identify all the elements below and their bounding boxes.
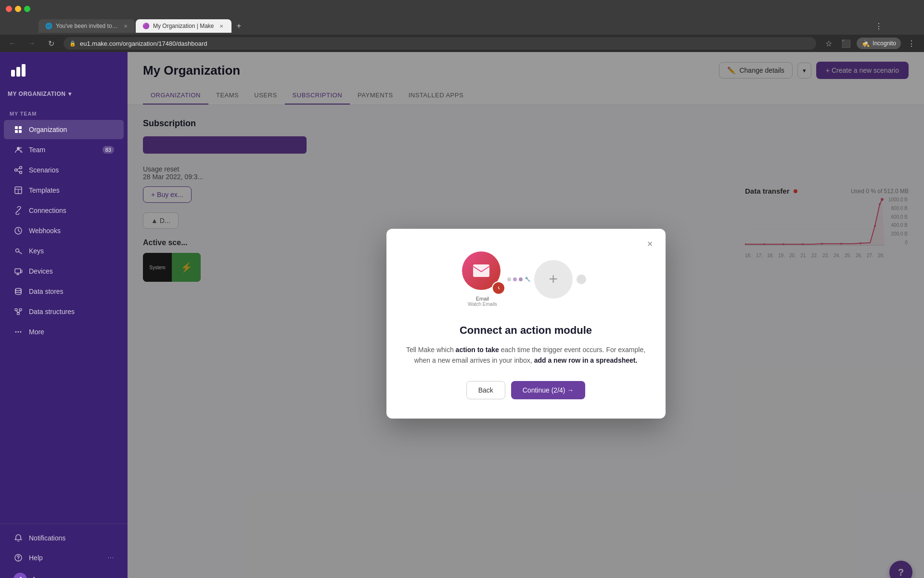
svg-rect-2 xyxy=(15,130,18,133)
sidebar-item-webhooks[interactable]: Webhooks xyxy=(4,221,124,240)
tab-close-1[interactable]: ✕ xyxy=(123,23,128,29)
back-button[interactable]: Back xyxy=(466,381,505,399)
sidebar-item-organization[interactable]: Organization xyxy=(4,120,124,139)
modal-desc-text1: Tell Make which xyxy=(406,346,456,354)
modal-desc-highlight1: action to take xyxy=(456,346,499,354)
svg-line-14 xyxy=(17,210,20,212)
data-structures-icon xyxy=(13,307,23,316)
sidebar-item-more[interactable]: More xyxy=(4,322,124,342)
svg-rect-0 xyxy=(15,126,18,129)
svg-rect-22 xyxy=(15,309,17,311)
connector-dot-1 xyxy=(507,277,511,281)
sidebar-team-section-label: MY TEAM xyxy=(0,105,128,119)
email-envelope-icon xyxy=(473,264,490,277)
svg-rect-3 xyxy=(19,130,22,133)
svg-point-4 xyxy=(17,147,20,150)
browser-tab-2[interactable]: 🟣 My Organization | Make ✕ xyxy=(136,19,231,33)
logo-bar-3 xyxy=(22,64,26,77)
sidebar-item-connections[interactable]: Connections xyxy=(4,201,124,220)
devices-icon xyxy=(13,266,23,276)
sidebar-item-data-stores[interactable]: Data stores xyxy=(4,282,124,301)
bookmark-btn[interactable]: ☆ xyxy=(822,37,835,50)
window-menu-button[interactable]: ⋮ xyxy=(872,19,886,33)
incognito-badge: 🕵 Incognito xyxy=(857,38,901,49)
help-more-icon: ⋯ xyxy=(107,554,114,562)
tab-close-2[interactable]: ✕ xyxy=(218,23,225,29)
make-logo-icon xyxy=(10,62,27,79)
refresh-nav-btn[interactable]: ↻ xyxy=(44,37,58,50)
sidebar-keys-label: Keys xyxy=(29,247,44,255)
webhooks-icon xyxy=(13,226,23,236)
svg-line-25 xyxy=(16,311,19,313)
sidebar-team-label: Team xyxy=(29,146,45,154)
svg-rect-17 xyxy=(15,269,21,273)
sidebar-user[interactable]: J James ⋯ xyxy=(4,568,124,578)
plus-module-container: + xyxy=(534,260,573,299)
svg-point-29 xyxy=(20,331,22,333)
svg-point-21 xyxy=(15,289,21,291)
svg-rect-1 xyxy=(19,126,22,129)
forward-nav-btn[interactable]: → xyxy=(25,37,38,50)
sidebar-item-help[interactable]: Help ⋯ xyxy=(4,548,124,567)
scenarios-icon xyxy=(13,165,23,175)
browser-tab-1[interactable]: 🌐 You've been invited to join My... ✕ xyxy=(38,19,135,33)
modal-description: Tell Make which action to take each time… xyxy=(406,344,646,366)
sidebar-item-data-structures[interactable]: Data structures xyxy=(4,302,124,321)
sidebar-scenarios-label: Scenarios xyxy=(29,166,59,174)
svg-line-9 xyxy=(17,168,20,170)
new-tab-button[interactable]: + xyxy=(232,19,246,33)
ssl-lock-icon: 🔒 xyxy=(69,40,76,47)
sidebar-item-devices[interactable]: Devices xyxy=(4,262,124,281)
sidebar-more-label: More xyxy=(29,328,44,336)
logo-bars xyxy=(11,64,26,77)
svg-point-31 xyxy=(18,560,19,561)
modal-overlay[interactable]: × xyxy=(128,52,924,578)
team-icon xyxy=(13,145,23,155)
more-icon xyxy=(13,327,23,337)
organization-icon xyxy=(13,125,23,134)
browser-titlebar xyxy=(0,0,924,17)
keys-icon xyxy=(13,246,23,256)
window-controls xyxy=(6,6,30,12)
incognito-icon: 🕵 xyxy=(861,39,870,47)
address-bar-container[interactable]: 🔒 eu1.make.com/organization/17480/dashbo… xyxy=(64,37,816,50)
plus-icon: + xyxy=(549,270,558,288)
sidebar-data-structures-label: Data structures xyxy=(29,308,75,315)
modal-close-button[interactable]: × xyxy=(642,236,658,252)
sidebar: MY ORGANIZATION ▾ MY TEAM Organization T… xyxy=(0,52,128,578)
sidebar-item-templates[interactable]: Templates xyxy=(4,181,124,200)
sidebar-connections-label: Connections xyxy=(29,207,66,214)
sidebar-org-selector[interactable]: MY ORGANIZATION ▾ xyxy=(0,87,128,105)
sidebar-org-dropdown-icon: ▾ xyxy=(68,91,72,97)
user-name-label: James xyxy=(32,576,51,578)
sidebar-item-notifications[interactable]: Notifications xyxy=(4,528,124,548)
close-window-btn[interactable] xyxy=(6,6,12,12)
sidebar-org-label: MY ORGANIZATION ▾ xyxy=(8,91,120,97)
extensions-btn[interactable]: ⬛ xyxy=(839,37,853,50)
sidebar-bottom: Notifications Help ⋯ J James ⋯ xyxy=(0,524,128,578)
main-content: My Organization ✏️ Change details ▾ + Cr… xyxy=(128,52,924,578)
continue-button[interactable]: Continue (2/4) → xyxy=(511,381,586,399)
wrench-icon: 🔧 xyxy=(525,276,530,282)
logo-bar-1 xyxy=(11,70,15,77)
sidebar-item-keys[interactable]: Keys xyxy=(4,241,124,261)
sidebar-webhooks-label: Webhooks xyxy=(29,227,61,235)
modal-desc-highlight2: add a new row in a spreadsheet. xyxy=(534,356,638,364)
browser-menu-btn[interactable]: ⋮ xyxy=(905,37,918,50)
sidebar-item-scenarios[interactable]: Scenarios xyxy=(4,160,124,180)
sidebar-item-team[interactable]: Team 83 xyxy=(4,140,124,159)
logo-bar-2 xyxy=(16,67,20,77)
maximize-window-btn[interactable] xyxy=(24,6,30,12)
notifications-label: Notifications xyxy=(29,534,65,542)
svg-point-8 xyxy=(20,171,22,174)
bell-icon xyxy=(13,533,23,543)
svg-point-7 xyxy=(20,167,22,169)
modal-illustration: Email Watch Emails 🔧 + xyxy=(406,248,646,311)
templates-icon xyxy=(13,185,23,195)
minimize-window-btn[interactable] xyxy=(15,6,21,12)
sidebar-org-text: MY ORGANIZATION xyxy=(8,91,65,97)
svg-point-6 xyxy=(15,169,17,171)
modal-title: Connect an action module xyxy=(406,324,646,337)
tab-favicon-1: 🌐 xyxy=(45,23,52,29)
back-nav-btn[interactable]: ← xyxy=(6,37,19,50)
